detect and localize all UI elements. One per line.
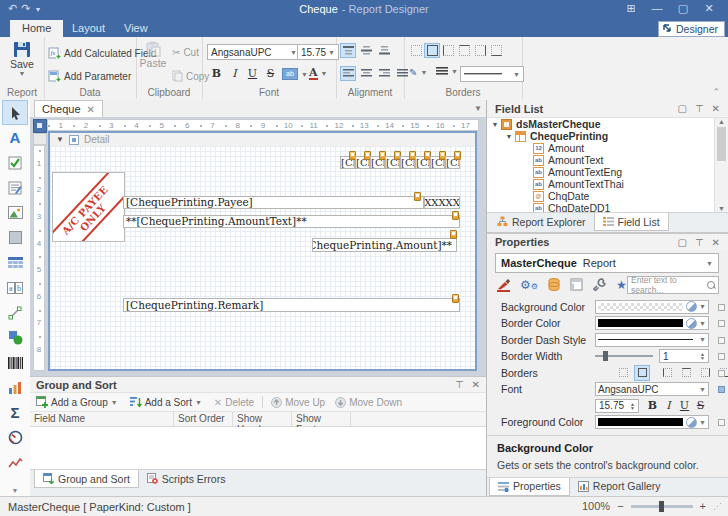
tab-view[interactable]: View (112, 20, 160, 37)
border-all-button[interactable] (634, 365, 650, 381)
expander-icon[interactable]: ▼ (505, 133, 513, 140)
border-width-slider[interactable] (595, 355, 653, 357)
font-name-editor[interactable]: AngsanaUPC▼ (595, 382, 709, 396)
background-color-editor[interactable]: ▼ (595, 300, 709, 314)
properties-search-input[interactable]: Enter text to search... (627, 276, 719, 294)
layout-category-icon[interactable] (570, 278, 583, 291)
tool-gauge[interactable] (2, 425, 28, 450)
zoom-out-icon[interactable]: − (617, 500, 623, 512)
tool-line[interactable] (2, 300, 28, 325)
field-list-scrollbar[interactable]: ▲▼ (714, 118, 728, 212)
tree-item-chqdatedd1[interactable]: abChqDateDD1 (487, 202, 728, 212)
cheque-date-cell[interactable]: [Ch (415, 156, 430, 169)
xxxxx-label[interactable]: XXXXX (424, 196, 460, 209)
foreground-color-editor[interactable]: ▼ (595, 415, 709, 429)
scroll-thumb[interactable] (717, 127, 726, 161)
cheque-date-cell[interactable]: [Ch (445, 156, 460, 169)
pin-icon[interactable]: ⊤ (695, 237, 704, 248)
strikeout-button[interactable]: S (263, 67, 278, 81)
align-bottom-button[interactable] (376, 43, 392, 58)
tool-pivot-grid[interactable]: Σ (2, 400, 28, 425)
border-none-button[interactable] (615, 365, 631, 381)
designer-button[interactable]: Designer (658, 21, 725, 37)
tab-report-gallery[interactable]: Report Gallery (570, 478, 669, 495)
underline-button[interactable]: U (677, 398, 692, 413)
scroll-up-icon[interactable]: ▲ (718, 118, 725, 125)
tool-barcode[interactable] (2, 350, 28, 375)
italic-button[interactable]: I (227, 67, 242, 81)
property-marker[interactable] (718, 304, 725, 311)
tree-item-chequeprinting[interactable]: ▼ChequePrinting (487, 130, 728, 142)
cheque-date-cell[interactable]: [Ch (340, 156, 355, 169)
column-show-header[interactable]: Show Header (233, 412, 292, 426)
slider-thumb[interactable] (603, 351, 608, 361)
tool-character-comb[interactable]: ab (2, 275, 28, 300)
spinner-arrows-icon[interactable]: ▲▼ (630, 402, 635, 410)
cheque-date-cell[interactable]: [Ch (385, 156, 400, 169)
document-tab-cheque[interactable]: Cheque✕ (34, 100, 103, 117)
delete-button[interactable]: ✕Delete (214, 397, 254, 408)
property-marker[interactable] (718, 386, 725, 393)
strikeout-button[interactable]: S (693, 398, 708, 413)
tool-panel[interactable] (2, 225, 28, 250)
border-color-editor[interactable]: ▼ (595, 316, 709, 330)
detail-band-body[interactable]: [Ch[Ch[Ch[Ch[Ch[Ch[Ch[Ch A/C PAYEE ONLY … (50, 146, 475, 369)
amount-text-field[interactable]: **[ChequePrinting.AmountText]** (123, 215, 460, 228)
misc-category-icon[interactable] (593, 278, 606, 291)
pin-icon[interactable]: ⊤ (695, 103, 704, 114)
object-selector[interactable]: MasterCheque Report ▼ (495, 253, 719, 273)
toolbox-scroll-down-icon[interactable]: ▼ (0, 487, 30, 494)
border-dash-style-editor[interactable]: ▼ (595, 333, 709, 347)
align-left-button[interactable] (340, 66, 356, 81)
minimize-icon[interactable]: — (644, 2, 670, 14)
band-collapse-icon[interactable]: ▼ (56, 135, 64, 144)
close-panel-icon[interactable]: ✕ (712, 237, 720, 248)
tab-report-explorer[interactable]: Report Explorer (489, 213, 594, 230)
scroll-down-icon[interactable]: ▼ (718, 205, 725, 212)
tab-properties[interactable]: Properties (489, 478, 570, 496)
property-marker[interactable] (718, 419, 725, 426)
tree-item-chqdate[interactable]: @ChqDate (487, 190, 728, 202)
property-marker[interactable] (718, 370, 725, 377)
cheque-date-cell[interactable]: [Ch (355, 156, 370, 169)
smart-tag-icon[interactable] (414, 192, 421, 201)
float-panel-icon[interactable]: ▢ (677, 103, 686, 114)
tab-home[interactable]: Home (10, 20, 63, 37)
tool-rich-text[interactable] (2, 175, 28, 200)
column-show-footer[interactable]: Show Footer (292, 412, 351, 426)
border-left-button[interactable] (440, 43, 456, 58)
appearance-category-icon[interactable] (497, 277, 510, 292)
cheque-date-cell[interactable]: [Ch (370, 156, 385, 169)
tab-group-and-sort[interactable]: Group and Sort (34, 470, 139, 488)
tool-sparkline[interactable] (2, 450, 28, 475)
tab-list-dropdown-icon[interactable]: ▼ (474, 104, 482, 113)
paste-button[interactable]: Paste (138, 41, 168, 69)
font-name-combo[interactable]: AngsanaUPC▼ (207, 44, 301, 60)
border-top-button[interactable] (678, 365, 694, 381)
smart-tag-icon[interactable] (450, 230, 457, 239)
collapse-ribbon-icon[interactable]: ⌃ (712, 87, 720, 97)
group-sort-list[interactable] (30, 427, 486, 469)
zoom-in-icon[interactable]: + (700, 500, 706, 512)
column-field-name[interactable]: Field Name (30, 412, 174, 426)
ribbon-options-icon[interactable]: ⊞ (618, 2, 644, 15)
tool-picture-box[interactable] (2, 200, 28, 225)
close-tab-icon[interactable]: ✕ (87, 104, 95, 115)
report-page[interactable]: ▼ Detail [Ch[Ch[Ch[Ch[Ch[Ch[Ch[Ch A/C PA… (48, 131, 477, 371)
bold-button[interactable]: B (645, 398, 660, 413)
property-marker[interactable] (718, 337, 725, 344)
border-bottom-button[interactable] (488, 43, 504, 58)
tree-item-amounttexteng[interactable]: abAmountTextEng (487, 166, 728, 178)
tool-label[interactable]: A (2, 125, 28, 150)
zoom-slider-thumb[interactable] (659, 501, 664, 512)
smart-tag-icon[interactable] (452, 211, 459, 220)
highlight-color-button[interactable]: ab▼ (282, 68, 308, 80)
border-all-button[interactable] (424, 43, 440, 58)
smart-tag-icon[interactable] (452, 294, 459, 303)
zoom-slider[interactable] (631, 505, 693, 508)
align-middle-button[interactable] (358, 43, 374, 58)
border-left-button[interactable] (659, 365, 675, 381)
cheque-date-cell[interactable]: [Ch (400, 156, 415, 169)
property-marker[interactable] (718, 320, 725, 327)
smart-tag-icon[interactable] (454, 151, 461, 160)
